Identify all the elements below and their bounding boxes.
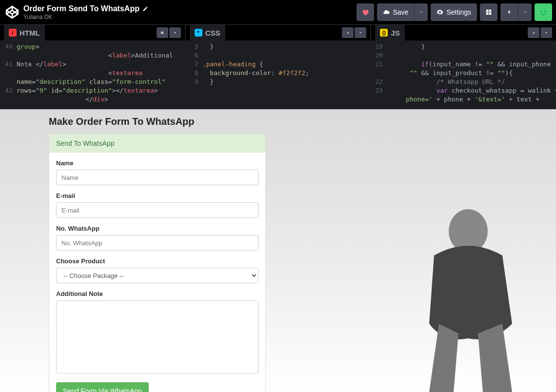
js-icon: {} [380,29,388,37]
css-tab[interactable]: * CSS [190,25,225,40]
product-label: Choose Product [56,257,258,265]
css-label: CSS [205,29,220,37]
html-editor: / HTML 40 41 42 group> <label>Additional… [0,25,185,109]
css-settings[interactable] [342,27,354,38]
svg-rect-0 [538,7,549,18]
header-actions: Save Settings [357,3,552,21]
submit-button[interactable]: Send Form Via WhatsApp [56,382,149,392]
codepen-logo[interactable] [4,4,20,20]
note-label: Additional Note [56,290,258,297]
title-block: Order Form Send To WhatsApp Yuliana DK [23,4,357,20]
panel-body: Name E-mail No. WhatsApp Choose Product … [49,153,265,392]
gear-icon [345,30,351,36]
chevron-down-icon [173,30,178,35]
pen-author[interactable]: Yuliana DK [23,14,357,20]
like-button[interactable] [357,3,374,21]
chevron-down-icon [419,10,424,15]
js-editor: {} JS 192021 2223 } if(input_name != "" … [371,25,556,109]
page-title: Make Order Form To WhatsApp [49,116,507,127]
settings-label: Settings [446,8,471,16]
save-button[interactable]: Save [377,3,414,21]
grid-icon [485,9,492,16]
avatar-face-icon [538,7,549,18]
chevron-down-icon [358,30,363,35]
pen-title[interactable]: Order Form Send To WhatsApp [23,4,139,13]
js-label: JS [391,29,399,37]
preview-pane: Make Order Form To WhatsApp Send To What… [0,109,556,392]
phone-label: No. WhatsApp [56,225,258,232]
html-settings[interactable] [157,27,168,38]
gear-icon [531,30,536,36]
avatar[interactable] [535,3,552,21]
html-gutter: 40 41 42 [0,40,16,109]
phone-input[interactable] [56,235,258,251]
html-dropdown[interactable] [169,27,181,38]
layout-button[interactable] [480,3,497,21]
chevron-down-icon [523,10,528,15]
save-split: Save [377,3,428,21]
gear-icon [437,9,443,16]
html-editor-header: / HTML [0,25,185,40]
js-lines: } if(input_name != "" && input_phone != … [386,40,556,109]
name-input[interactable] [56,170,258,185]
form-panel: Send To WhatsApp Name E-mail No. WhatsAp… [49,134,266,392]
css-icon: * [195,29,202,37]
css-code[interactable]: 56789 } .panel-heading { background-colo… [186,40,371,109]
svg-point-2 [544,10,546,12]
js-tab[interactable]: {} JS [375,25,404,40]
gear-icon [159,30,165,36]
js-settings[interactable] [528,27,539,38]
pin-button[interactable] [500,3,518,21]
pin-split [500,3,532,21]
css-editor-header: * CSS [186,25,371,40]
note-textarea[interactable] [56,300,258,373]
html-lines: group> <label>Additional Note </label> <… [16,40,176,109]
svg-point-4 [347,32,349,34]
chevron-down-icon [544,30,549,35]
svg-point-5 [533,32,535,34]
save-dropdown[interactable] [414,3,428,21]
pin-icon [506,9,512,15]
editors-row: / HTML 40 41 42 group> <label>Additional… [0,24,556,109]
email-label: E-mail [56,192,258,199]
name-label: Name [56,159,258,167]
js-code[interactable]: 192021 2223 } if(input_name != "" && inp… [371,40,556,109]
heart-icon [361,8,369,16]
product-select[interactable]: -- Choose Package -- [56,268,258,283]
email-input[interactable] [56,202,258,218]
js-editor-header: {} JS [371,25,556,40]
css-editor: * CSS 56789 } .panel-heading { backgroun… [186,25,371,109]
js-gutter: 192021 2223 [371,40,386,109]
css-gutter: 56789 [186,40,201,109]
cloud-icon [383,9,390,16]
pin-dropdown[interactable] [518,3,532,21]
svg-point-1 [541,10,543,12]
pencil-icon[interactable] [142,6,148,12]
html-icon: / [9,29,17,37]
html-code[interactable]: 40 41 42 group> <label>Additional Note <… [0,40,185,109]
css-dropdown[interactable] [355,27,366,38]
css-lines: } .panel-heading { background-color: #f2… [201,40,312,109]
js-dropdown[interactable] [540,27,552,38]
settings-button[interactable]: Settings [431,3,477,21]
panel-heading: Send To WhatsApp [49,135,265,153]
save-label: Save [393,8,408,16]
html-tab[interactable]: / HTML [4,25,45,40]
codepen-icon [5,5,19,19]
html-label: HTML [20,29,40,37]
app-header: Order Form Send To WhatsApp Yuliana DK S… [0,0,556,24]
